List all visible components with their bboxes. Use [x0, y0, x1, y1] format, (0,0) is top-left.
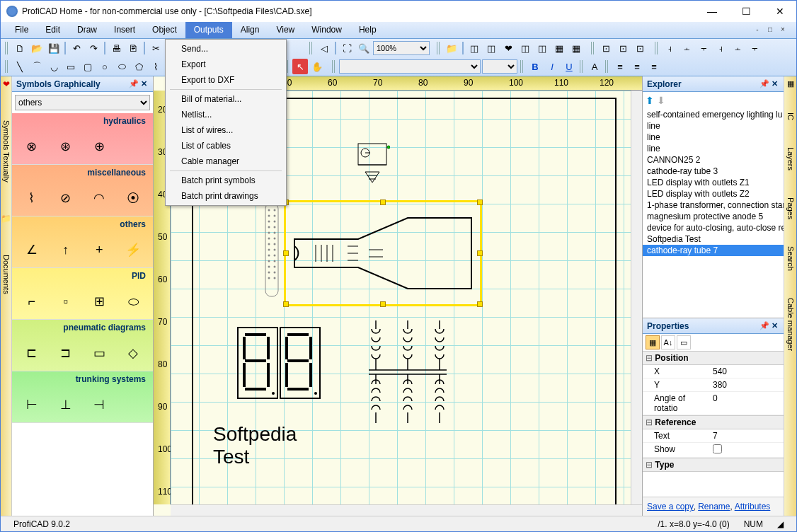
canvas-symbol-lighting[interactable] — [355, 140, 390, 190]
symbol-thumb[interactable]: ▫ — [55, 291, 76, 312]
explorer-item[interactable]: 1-phase transformer, connection star — [643, 200, 784, 211]
symbol-thumb[interactable]: ⊏ — [21, 342, 42, 364]
palette3-button[interactable]: ◫ — [517, 40, 533, 56]
symbol-thumb[interactable] — [122, 394, 144, 415]
panel-close-icon[interactable]: ✕ — [769, 79, 779, 88]
symbol-thumb[interactable]: ⊥ — [55, 394, 76, 415]
category-pneumatic-diagrams[interactable]: pneumatic diagrams⊏⊐▭◇ — [12, 320, 153, 371]
redo-button[interactable]: ↷ — [86, 40, 101, 56]
explorer-item[interactable]: line — [643, 132, 784, 143]
explorer-item[interactable]: Softpedia Test — [643, 233, 784, 245]
symbol-thumb[interactable] — [122, 136, 144, 157]
rect-tool[interactable]: ▭ — [63, 59, 79, 74]
menu-item[interactable]: Netlist... — [167, 107, 285, 122]
prop-group[interactable]: Type — [643, 458, 784, 472]
pin-icon[interactable]: 📌 — [759, 321, 769, 330]
menu-item[interactable]: Batch print symbols — [167, 173, 285, 188]
panel-close-icon[interactable]: ✕ — [139, 79, 149, 88]
favorites-button[interactable]: ❤ — [500, 40, 516, 56]
symbol-thumb[interactable]: ⬭ — [122, 291, 144, 312]
symbol-thumb[interactable]: ⊕ — [88, 136, 110, 157]
link-attributes[interactable]: Attributes — [735, 502, 771, 511]
align-middle-button[interactable]: ⫠ — [730, 40, 745, 56]
pan-tool[interactable]: ✋ — [309, 59, 325, 74]
prop-row[interactable]: Show — [643, 443, 784, 458]
nav-down-icon[interactable]: ⬇ — [657, 95, 665, 106]
menu-item[interactable]: List of cables — [167, 138, 285, 154]
symbol-thumb[interactable]: ⚡ — [122, 239, 144, 260]
open-button[interactable]: 📂 — [29, 40, 45, 56]
canvas-symbol-crt[interactable] — [287, 211, 478, 296]
prop-group[interactable]: Position — [643, 351, 784, 365]
menu-draw[interactable]: Draw — [69, 22, 105, 38]
resize-handle-se[interactable] — [477, 301, 483, 307]
canvas-symbol-led-display[interactable] — [234, 324, 326, 402]
menu-help[interactable]: Help — [350, 22, 385, 38]
toolbar-grip[interactable] — [309, 42, 314, 54]
italic-button[interactable]: I — [544, 59, 560, 74]
prop-row[interactable]: Y380 — [643, 378, 784, 392]
text-align-center-button[interactable]: ≡ — [629, 59, 645, 74]
right-tab-pages[interactable]: Pages — [786, 195, 795, 222]
symbol-thumb[interactable]: ∠ — [21, 239, 42, 260]
category-miscellaneous[interactable]: miscellaneous⌇⊘◠⦿ — [12, 165, 153, 216]
polyline-tool[interactable]: ⌇ — [148, 59, 164, 74]
text-align-left-button[interactable]: ≡ — [612, 59, 628, 74]
flip-button[interactable]: ◁ — [316, 40, 332, 56]
left-tab-symbols-textually[interactable]: Symbols Textually — [2, 117, 11, 185]
palette2-button[interactable]: ◫ — [483, 40, 499, 56]
group2-button[interactable]: ⊡ — [615, 40, 631, 56]
resize-handle-ne[interactable] — [477, 200, 483, 205]
explorer-item[interactable]: self-contained emergency lighting lu — [643, 109, 784, 120]
explorer-item[interactable]: line — [643, 143, 784, 154]
menu-edit[interactable]: Edit — [37, 22, 69, 38]
undo-button[interactable]: ↶ — [69, 40, 84, 56]
symbol-thumb[interactable]: ⊣ — [88, 394, 110, 415]
vertical-scrollbar[interactable] — [631, 91, 642, 504]
prop-row[interactable]: Angle of rotatio0 — [643, 392, 784, 415]
symbol-thumb[interactable]: ◠ — [88, 187, 110, 209]
folder-icon[interactable]: 📁 — [1, 214, 11, 224]
menu-view[interactable]: View — [268, 22, 303, 38]
align-center-button[interactable]: ⫠ — [679, 40, 694, 56]
text-align-right-button[interactable]: ≡ — [646, 59, 662, 74]
nav-up-icon[interactable]: ⬆ — [646, 95, 654, 106]
group1-button[interactable]: ⊡ — [598, 40, 614, 56]
explorer-item[interactable]: LED display with outlets Z1 — [643, 177, 784, 188]
prop-group[interactable]: Reference — [643, 415, 784, 429]
print-preview-button[interactable]: 🖹 — [125, 40, 141, 56]
roundrect-tool[interactable]: ▢ — [80, 59, 96, 74]
panel-close-icon[interactable]: ✕ — [769, 321, 779, 330]
minimize-button[interactable]: — — [701, 6, 723, 17]
right-tab-ic[interactable]: IC — [786, 110, 795, 123]
align-left-button[interactable]: ⫞ — [662, 40, 677, 56]
left-tab-documents[interactable]: Documents — [2, 252, 11, 297]
ic-icon[interactable]: ▦ — [787, 79, 794, 88]
explorer-item[interactable]: LED display with outlets Z2 — [643, 188, 784, 200]
palette5-button[interactable]: ▦ — [551, 40, 567, 56]
toolbar-grip[interactable] — [580, 60, 584, 73]
zoom-button[interactable]: 🔍 — [356, 40, 372, 56]
status-resize-grip[interactable]: ◢ — [770, 519, 791, 529]
mdi-restore-icon[interactable]: □ — [765, 25, 775, 35]
font-family-select[interactable] — [339, 59, 481, 74]
right-tab-layers[interactable]: Layers — [786, 144, 795, 173]
symbol-thumb[interactable]: ⊗ — [21, 136, 42, 157]
symbol-thumb[interactable]: + — [88, 239, 110, 260]
align-bottom-button[interactable]: ⫟ — [747, 40, 762, 56]
ellipse-tool[interactable]: ○ — [97, 59, 113, 74]
category-hydraulics[interactable]: hydraulics⊗⊛⊕ — [12, 113, 153, 165]
explorer-item[interactable]: cathode-ray tube 3 — [643, 166, 784, 177]
explorer-item[interactable]: line — [643, 120, 784, 132]
toolbar-grip[interactable] — [5, 42, 9, 54]
category-PID[interactable]: PID⌐▫⊞⬭ — [12, 268, 153, 320]
menu-item[interactable]: Export — [167, 57, 285, 72]
symbol-thumb[interactable]: ⌇ — [21, 187, 42, 209]
menu-object[interactable]: Object — [144, 22, 185, 38]
curve-tool[interactable]: ⌒ — [29, 59, 45, 74]
prop-checkbox[interactable] — [713, 444, 722, 453]
maximize-button[interactable]: ☐ — [735, 6, 757, 17]
toolbar-grip[interactable] — [332, 60, 336, 73]
canvas-symbol-connector[interactable] — [261, 200, 282, 299]
menu-outputs[interactable]: Outputs — [185, 22, 232, 38]
